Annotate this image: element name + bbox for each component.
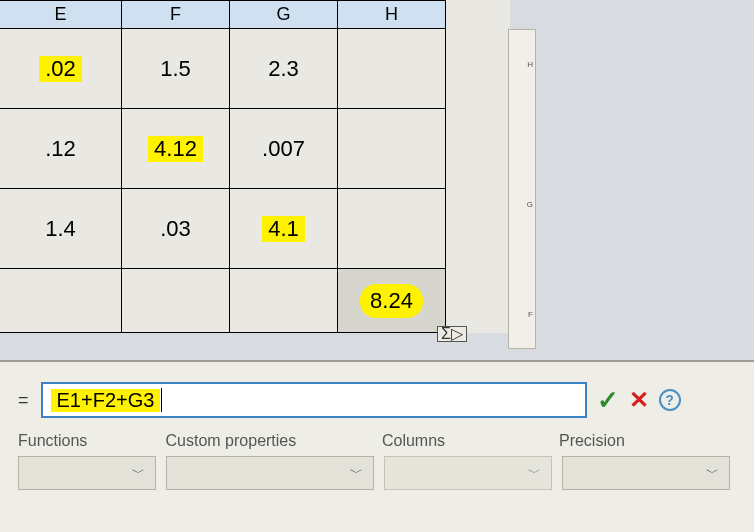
text-caret	[161, 388, 162, 412]
column-headers: E F G H	[0, 0, 510, 29]
column-header-H[interactable]: H	[338, 0, 446, 29]
cell-H1[interactable]	[338, 29, 446, 109]
functions-select[interactable]: ﹀	[18, 456, 156, 490]
label-custom-properties: Custom properties	[166, 432, 382, 450]
cell-F3[interactable]: .03	[122, 189, 230, 269]
cell-value: .12	[45, 136, 76, 162]
cell-value: 4.12	[148, 136, 203, 162]
dropdown-labels: Functions Custom properties Columns Prec…	[18, 432, 736, 450]
cell-value: 4.1	[262, 216, 305, 242]
cell-value: .02	[39, 56, 82, 82]
cell-E3[interactable]: 1.4	[0, 189, 122, 269]
cell-E2[interactable]: .12	[0, 109, 122, 189]
sum-indicator-icon: Σ▷	[437, 326, 467, 342]
cell-G4[interactable]	[230, 269, 338, 333]
column-header-F[interactable]: F	[122, 0, 230, 29]
custom-properties-select[interactable]: ﹀	[166, 456, 374, 490]
confirm-icon[interactable]: ✓	[597, 385, 619, 416]
cell-F1[interactable]: 1.5	[122, 29, 230, 109]
label-precision: Precision	[559, 432, 736, 450]
precision-select[interactable]: ﹀	[562, 456, 730, 490]
help-icon[interactable]: ?	[659, 389, 681, 411]
formula-text: E1+F2+G3	[51, 389, 161, 412]
chevron-down-icon: ﹀	[350, 464, 363, 482]
ruler-mark: F	[528, 310, 533, 319]
cell-G2[interactable]: .007	[230, 109, 338, 189]
columns-select[interactable]: ﹀	[384, 456, 552, 490]
cancel-icon[interactable]: ✕	[629, 386, 649, 414]
cell-value: .03	[160, 216, 191, 242]
grid: .02 1.5 2.3 .12 4.12 .007 1.4 .03 4.1 8.…	[0, 29, 510, 333]
cell-F4[interactable]	[122, 269, 230, 333]
cell-H2[interactable]	[338, 109, 446, 189]
label-functions: Functions	[18, 432, 166, 450]
cell-value: 8.24	[360, 284, 423, 318]
cell-H4[interactable]: 8.24 Σ▷	[338, 269, 446, 333]
ruler-mark: H	[527, 60, 533, 69]
cell-value: 1.5	[160, 56, 191, 82]
spreadsheet-area: E F G H .02 1.5 2.3 .12 4.12 .007 1.4 .0…	[0, 0, 510, 333]
chevron-down-icon: ﹀	[528, 464, 541, 482]
cell-G1[interactable]: 2.3	[230, 29, 338, 109]
cell-value: .007	[262, 136, 305, 162]
cell-E4[interactable]	[0, 269, 122, 333]
cell-H3[interactable]	[338, 189, 446, 269]
side-ruler: H G F	[508, 29, 536, 349]
chevron-down-icon: ﹀	[132, 464, 145, 482]
cell-F2[interactable]: 4.12	[122, 109, 230, 189]
dropdowns-row: ﹀ ﹀ ﹀ ﹀	[18, 456, 736, 490]
ruler-mark: G	[527, 200, 533, 209]
formula-input[interactable]: E1+F2+G3	[41, 382, 587, 418]
cell-E1[interactable]: .02	[0, 29, 122, 109]
column-header-G[interactable]: G	[230, 0, 338, 29]
formula-panel: = E1+F2+G3 ✓ ✕ ? Functions Custom proper…	[0, 360, 754, 532]
equals-label: =	[18, 390, 29, 411]
formula-row: = E1+F2+G3 ✓ ✕ ?	[18, 382, 736, 418]
cell-value: 1.4	[45, 216, 76, 242]
cell-value: 2.3	[268, 56, 299, 82]
column-header-E[interactable]: E	[0, 0, 122, 29]
label-columns: Columns	[382, 432, 559, 450]
cell-G3[interactable]: 4.1	[230, 189, 338, 269]
chevron-down-icon: ﹀	[706, 464, 719, 482]
